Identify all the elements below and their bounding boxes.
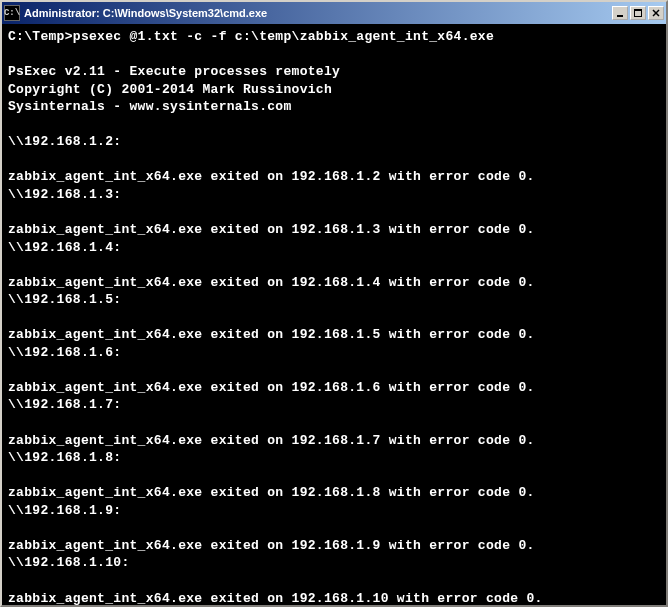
maximize-button[interactable] — [630, 6, 646, 20]
console-line: zabbix_agent_int_x64.exe exited on 192.1… — [8, 590, 660, 606]
console-line — [8, 46, 660, 64]
console-area[interactable]: C:\Temp>psexec @1.txt -c -f c:\temp\zabb… — [2, 24, 666, 605]
console-line: C:\Temp>psexec @1.txt -c -f c:\temp\zabb… — [8, 28, 660, 46]
console-line — [8, 467, 660, 485]
console-line: \\192.168.1.2: — [8, 133, 660, 151]
console-line — [8, 309, 660, 327]
console-line — [8, 203, 660, 221]
console-line: zabbix_agent_int_x64.exe exited on 192.1… — [8, 221, 660, 239]
console-line: Sysinternals - www.sysinternals.com — [8, 98, 660, 116]
svg-rect-0 — [617, 15, 623, 17]
console-line: PsExec v2.11 - Execute processes remotel… — [8, 63, 660, 81]
cmd-window: C:\ Administrator: C:\Windows\System32\c… — [0, 0, 668, 607]
console-line — [8, 519, 660, 537]
console-line: Copyright (C) 2001-2014 Mark Russinovich — [8, 81, 660, 99]
console-line: zabbix_agent_int_x64.exe exited on 192.1… — [8, 537, 660, 555]
console-line: \\192.168.1.8: — [8, 449, 660, 467]
console-line — [8, 361, 660, 379]
console-line: zabbix_agent_int_x64.exe exited on 192.1… — [8, 432, 660, 450]
window-title: Administrator: C:\Windows\System32\cmd.e… — [24, 7, 612, 19]
console-line: zabbix_agent_int_x64.exe exited on 192.1… — [8, 274, 660, 292]
minimize-button[interactable] — [612, 6, 628, 20]
console-line: \\192.168.1.6: — [8, 344, 660, 362]
console-line: \\192.168.1.10: — [8, 554, 660, 572]
console-line: zabbix_agent_int_x64.exe exited on 192.1… — [8, 326, 660, 344]
console-line — [8, 151, 660, 169]
console-line: \\192.168.1.3: — [8, 186, 660, 204]
console-line: \\192.168.1.4: — [8, 239, 660, 257]
console-line: \\192.168.1.9: — [8, 502, 660, 520]
close-button[interactable] — [648, 6, 664, 20]
svg-rect-2 — [634, 9, 642, 11]
console-line: zabbix_agent_int_x64.exe exited on 192.1… — [8, 379, 660, 397]
console-line: zabbix_agent_int_x64.exe exited on 192.1… — [8, 168, 660, 186]
console-line — [8, 572, 660, 590]
console-line — [8, 256, 660, 274]
console-line: zabbix_agent_int_x64.exe exited on 192.1… — [8, 484, 660, 502]
console-line — [8, 414, 660, 432]
titlebar[interactable]: C:\ Administrator: C:\Windows\System32\c… — [2, 2, 666, 24]
console-line: \\192.168.1.7: — [8, 396, 660, 414]
cmd-icon: C:\ — [4, 5, 20, 21]
titlebar-buttons — [612, 6, 664, 20]
console-line — [8, 116, 660, 134]
console-line: \\192.168.1.5: — [8, 291, 660, 309]
